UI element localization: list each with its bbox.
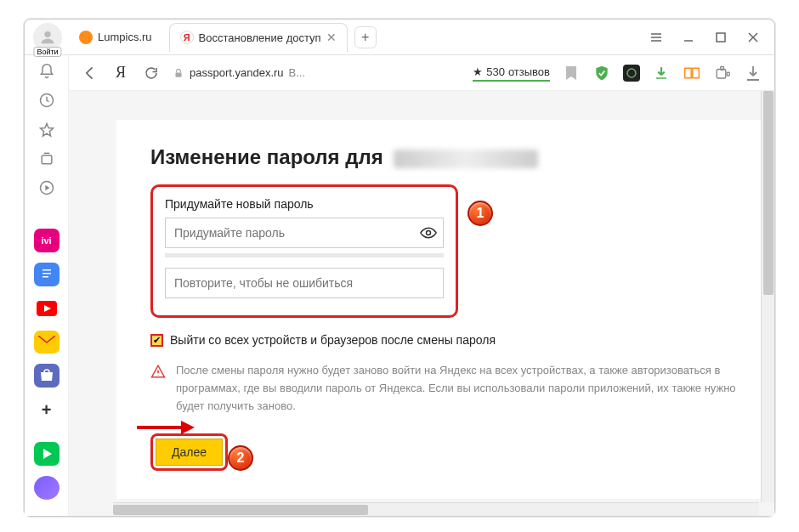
main-column: Я passport.yandex.ru В... ★ 530 отзывов [69, 55, 774, 516]
svg-rect-16 [727, 72, 729, 76]
app-green-play[interactable] [34, 442, 60, 466]
shield-icon[interactable] [592, 64, 611, 82]
menu-icon[interactable] [643, 25, 669, 50]
tab-strip: Войти Lumpics.ru Я Восстановление доступ… [25, 20, 774, 55]
downloads-icon[interactable] [744, 64, 762, 82]
svg-rect-14 [717, 69, 726, 78]
checkbox-checked-icon[interactable]: ✔ [150, 334, 163, 347]
close-window-icon[interactable] [740, 25, 766, 50]
svg-rect-3 [42, 156, 52, 164]
favicon-icon: Я [180, 31, 194, 44]
warning-text: После смены пароля нужно будет заново во… [176, 362, 757, 415]
strength-bar [165, 253, 444, 258]
favicon-icon [79, 31, 93, 44]
field-label: Придумайте новый пароль [165, 197, 444, 211]
profile-avatar[interactable]: Войти [33, 23, 62, 52]
next-button-highlight: Далее 2 [150, 433, 228, 471]
annotation-badge-2: 2 [228, 445, 253, 471]
app-youtube[interactable] [34, 297, 60, 320]
bell-icon[interactable] [37, 62, 57, 81]
close-icon[interactable]: ✕ [326, 31, 337, 44]
reviews-word: отзывов [508, 65, 550, 78]
svg-point-0 [44, 31, 50, 37]
tab-yandex-passport[interactable]: Я Восстановление доступ ✕ [169, 23, 348, 52]
vertical-scrollbar[interactable] [761, 91, 774, 502]
logout-everywhere-row[interactable]: ✔ Выйти со всех устройств и браузеров по… [150, 333, 757, 347]
download-arrow-icon[interactable] [652, 64, 671, 82]
svg-rect-7 [42, 273, 51, 274]
content-area: Изменение пароля для Придумайте новый па… [69, 91, 774, 516]
svg-rect-11 [176, 72, 182, 76]
toolbar: Я passport.yandex.ru В... ★ 530 отзывов [69, 55, 774, 91]
person-icon [38, 28, 57, 47]
yandex-home-icon[interactable]: Я [111, 64, 130, 82]
back-icon[interactable] [81, 64, 99, 82]
svg-rect-1 [717, 33, 725, 42]
new-tab-button[interactable]: + [354, 26, 377, 48]
history-icon[interactable] [37, 91, 57, 110]
svg-rect-13 [656, 77, 666, 79]
tab-label: Восстановление доступ [199, 31, 321, 44]
password-fields-group: Придумайте новый пароль 1 [150, 184, 458, 318]
url-suffix: В... [289, 66, 306, 79]
svg-point-12 [627, 69, 636, 77]
tab-label: Lumpics.ru [98, 31, 152, 43]
app-shopping[interactable] [34, 364, 60, 388]
collections-icon[interactable] [37, 150, 57, 168]
add-app-button[interactable]: + [34, 398, 60, 422]
reload-icon[interactable] [142, 64, 161, 82]
extension-adguard-icon[interactable] [623, 65, 640, 82]
page-card: Изменение пароля для Придумайте новый па… [116, 120, 774, 499]
bookmark-icon[interactable] [562, 64, 581, 82]
minimize-icon[interactable] [676, 25, 701, 50]
next-button[interactable]: Далее [156, 439, 223, 466]
svg-rect-15 [721, 66, 724, 70]
browser-window: Войти Lumpics.ru Я Восстановление доступ… [24, 19, 775, 517]
page-title: Изменение пароля для [150, 145, 757, 169]
reviews-chip[interactable]: ★ 530 отзывов [473, 65, 550, 80]
username-redacted [394, 150, 538, 168]
annotation-arrow-icon [137, 419, 196, 436]
app-alice[interactable] [34, 476, 60, 500]
svg-rect-5 [40, 266, 54, 283]
horizontal-scrollbar[interactable] [113, 502, 759, 516]
lock-icon [173, 67, 184, 79]
svg-point-17 [427, 231, 431, 235]
warning-box: После смены пароля нужно будет заново во… [150, 362, 757, 415]
app-docs[interactable] [34, 263, 60, 286]
star-icon: ★ [473, 65, 483, 78]
new-password-input[interactable] [165, 218, 444, 248]
reader-icon[interactable] [683, 64, 701, 82]
play-circle-icon[interactable] [37, 178, 57, 197]
maximize-icon[interactable] [708, 25, 734, 50]
warning-icon [150, 364, 166, 415]
svg-rect-8 [42, 276, 48, 278]
url-host: passport.yandex.ru [190, 66, 284, 79]
login-badge[interactable]: Войти [33, 47, 61, 57]
app-mail[interactable] [34, 331, 60, 354]
reviews-count: 530 [486, 65, 505, 78]
checkbox-label: Выйти со всех устройств и браузеров посл… [170, 333, 496, 347]
app-ivi[interactable]: ivi [34, 229, 60, 252]
body-row: ivi + Я passport.yandex.ru В... [25, 55, 774, 516]
address-bar[interactable]: passport.yandex.ru В... [173, 66, 305, 79]
star-icon[interactable] [37, 120, 57, 139]
eye-icon[interactable] [420, 227, 437, 239]
repeat-password-input[interactable] [165, 268, 444, 298]
svg-rect-6 [42, 269, 51, 271]
annotation-badge-1: 1 [468, 201, 493, 226]
extensions-icon[interactable] [713, 64, 732, 82]
tab-lumpics[interactable]: Lumpics.ru [69, 23, 162, 52]
sidebar: ivi + [25, 55, 69, 516]
